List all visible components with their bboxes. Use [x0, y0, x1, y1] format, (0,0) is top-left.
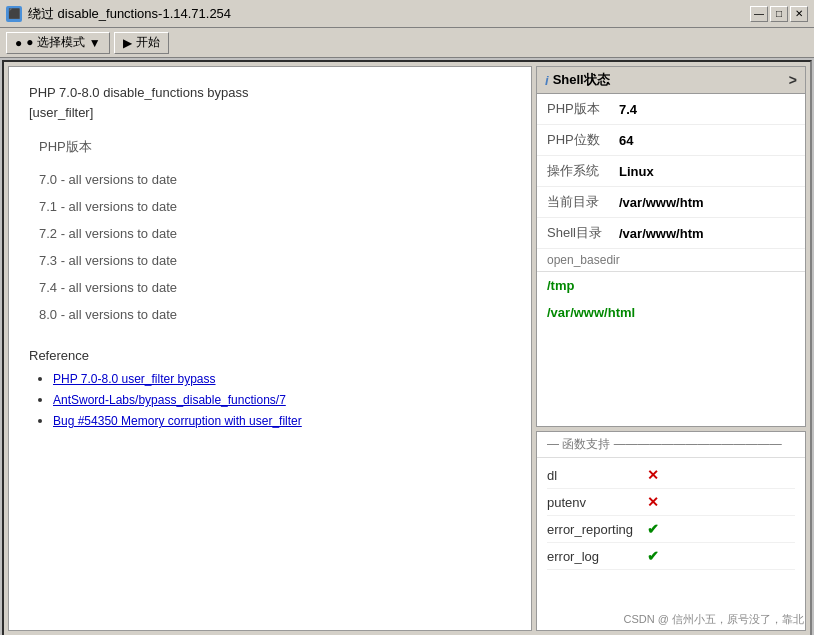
current-dir-label: 当前目录: [547, 193, 619, 211]
func-putenv-name: putenv: [547, 495, 647, 510]
version-item-72: 7.2 - all versions to date: [29, 220, 511, 247]
func-error-reporting-row: error_reporting ✔: [547, 516, 795, 543]
os-value: Linux: [619, 164, 654, 179]
start-button[interactable]: ▶ 开始: [114, 32, 169, 54]
mode-icon: ●: [15, 36, 22, 50]
shell-dir-row: Shell目录 /var/www/htm: [537, 218, 805, 249]
func-error-reporting-status: ✔: [647, 521, 659, 537]
php-bits-value: 64: [619, 133, 633, 148]
minimize-button[interactable]: —: [750, 6, 768, 22]
mode-button[interactable]: ● ● 选择模式 ▼: [6, 32, 110, 54]
php-bits-row: PHP位数 64: [537, 125, 805, 156]
main-content: PHP 7.0-8.0 disable_functions bypass [us…: [2, 60, 812, 635]
func-support-label: — 函数支持 ——————————————: [547, 437, 782, 451]
reference-link-3[interactable]: Bug #54350 Memory corruption with user_f…: [53, 414, 302, 428]
shell-status-header: i Shell状态 >: [537, 67, 805, 94]
play-icon: ▶: [123, 36, 132, 50]
maximize-button[interactable]: □: [770, 6, 788, 22]
shell-status-panel: i Shell状态 > PHP版本 7.4 PHP位数 64 操作系统 Linu…: [536, 66, 806, 427]
mode-label: ● 选择模式: [26, 34, 85, 51]
shell-status-title: i Shell状态: [545, 71, 610, 89]
version-item-74: 7.4 - all versions to date: [29, 274, 511, 301]
shell-status-label: Shell状态: [553, 71, 610, 89]
open-basedir-label: open_basedir: [537, 249, 805, 272]
window-title: 绕过 disable_functions-1.14.71.254: [28, 5, 744, 23]
current-dir-value: /var/www/htm: [619, 195, 704, 210]
reference-section: Reference PHP 7.0-8.0 user_filter bypass…: [29, 348, 511, 428]
os-label: 操作系统: [547, 162, 619, 180]
shell-status-content: PHP版本 7.4 PHP位数 64 操作系统 Linux 当前目录 /var/…: [537, 94, 805, 426]
app-icon: ⬛: [6, 6, 22, 22]
right-panel: i Shell状态 > PHP版本 7.4 PHP位数 64 操作系统 Linu…: [536, 66, 806, 631]
current-dir-row: 当前目录 /var/www/htm: [537, 187, 805, 218]
func-support-header: — 函数支持 ——————————————: [537, 432, 805, 458]
version-item-70: 7.0 - all versions to date: [29, 166, 511, 193]
bypass-description: PHP 7.0-8.0 disable_functions bypass [us…: [29, 83, 511, 122]
func-support-content: dl ✕ putenv ✕ error_reporting ✔ error_lo…: [537, 458, 805, 630]
shell-dir-label: Shell目录: [547, 224, 619, 242]
func-dl-name: dl: [547, 468, 647, 483]
func-error-log-name: error_log: [547, 549, 647, 564]
php-version-label: PHP版本: [29, 138, 511, 156]
func-error-reporting-name: error_reporting: [547, 522, 647, 537]
reference-link-2[interactable]: AntSword-Labs/bypass_disable_functions/7: [53, 393, 286, 407]
php-version-value: 7.4: [619, 102, 637, 117]
func-error-log-status: ✔: [647, 548, 659, 564]
reference-label: Reference: [29, 348, 511, 363]
version-section: PHP版本 7.0 - all versions to date 7.1 - a…: [29, 138, 511, 328]
version-item-80: 8.0 - all versions to date: [29, 301, 511, 328]
basedir-path-1: /tmp: [537, 272, 805, 299]
php-bits-label: PHP位数: [547, 131, 619, 149]
basedir-path-2: /var/www/html: [537, 299, 805, 326]
php-version-label: PHP版本: [547, 100, 619, 118]
func-dl-row: dl ✕: [547, 462, 795, 489]
func-putenv-row: putenv ✕: [547, 489, 795, 516]
reference-item-1: PHP 7.0-8.0 user_filter bypass: [53, 371, 511, 386]
toolbar: ● ● 选择模式 ▼ ▶ 开始: [0, 28, 814, 58]
watermark-text: CSDN @ 信州小五，原号没了，靠北: [624, 612, 804, 627]
shell-dir-value: /var/www/htm: [619, 226, 704, 241]
func-putenv-status: ✕: [647, 494, 659, 510]
php-version-row: PHP版本 7.4: [537, 94, 805, 125]
info-icon: i: [545, 73, 549, 88]
func-dl-status: ✕: [647, 467, 659, 483]
description-text: PHP 7.0-8.0 disable_functions bypass [us…: [29, 85, 248, 120]
start-label: 开始: [136, 34, 160, 51]
close-button[interactable]: ✕: [790, 6, 808, 22]
version-item-71: 7.1 - all versions to date: [29, 193, 511, 220]
func-error-log-row: error_log ✔: [547, 543, 795, 570]
reference-item-2: AntSword-Labs/bypass_disable_functions/7: [53, 392, 511, 407]
reference-link-1[interactable]: PHP 7.0-8.0 user_filter bypass: [53, 372, 216, 386]
reference-list: PHP 7.0-8.0 user_filter bypass AntSword-…: [29, 371, 511, 428]
chevron-down-icon: ▼: [89, 36, 101, 50]
os-row: 操作系统 Linux: [537, 156, 805, 187]
title-bar: ⬛ 绕过 disable_functions-1.14.71.254 — □ ✕: [0, 0, 814, 28]
expand-icon[interactable]: >: [789, 72, 797, 88]
version-item-73: 7.3 - all versions to date: [29, 247, 511, 274]
window-controls: — □ ✕: [750, 6, 808, 22]
func-support-panel: — 函数支持 —————————————— dl ✕ putenv ✕ erro…: [536, 431, 806, 631]
reference-item-3: Bug #54350 Memory corruption with user_f…: [53, 413, 511, 428]
left-panel: PHP 7.0-8.0 disable_functions bypass [us…: [8, 66, 532, 631]
